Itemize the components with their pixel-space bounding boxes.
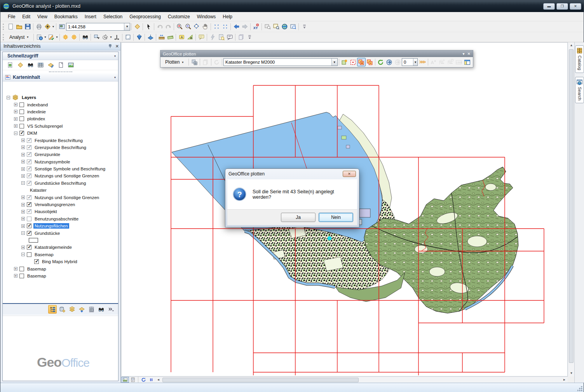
layout-view-button[interactable] [129, 377, 137, 383]
chevron-down-icon[interactable]: ▾ [463, 52, 465, 56]
tree-expander-icon[interactable]: + [14, 274, 17, 278]
toolbar-button-print[interactable] [35, 23, 43, 31]
tree-label[interactable]: indexlinie [26, 109, 47, 114]
tree-row-bing-maps-hybrid[interactable]: ✓Bing Maps Hybrid [3, 258, 118, 265]
scale-dropdown-button[interactable]: ▼ [124, 23, 130, 30]
tree-label[interactable]: Hausobjekt [33, 209, 58, 214]
tree-expander-icon[interactable]: + [21, 217, 25, 220]
toolbar-button-forward-arrow[interactable] [241, 23, 249, 31]
tree-expander-icon[interactable]: + [21, 160, 25, 163]
scale-input[interactable] [66, 24, 124, 29]
layer-checkbox[interactable]: ✓ [27, 160, 31, 164]
toolbar-button-zoom-out[interactable] [184, 23, 192, 31]
resize-grip[interactable] [577, 386, 582, 391]
layer-checkbox[interactable]: ✓ [27, 231, 31, 236]
tree-label[interactable]: DKM [26, 130, 38, 136]
pause-drawing-icon[interactable] [147, 377, 155, 383]
toolbar-button-fixed-zoom-in[interactable] [212, 23, 221, 31]
tree-row-layers[interactable]: −Layers [3, 94, 118, 101]
toolbar-button-binoculars[interactable] [81, 33, 89, 42]
toc-tool-binoculars[interactable] [97, 305, 105, 314]
tree-expander-icon[interactable]: − [14, 132, 17, 135]
toc-tool-diamond-stack[interactable] [68, 305, 76, 314]
tree-label[interactable]: Layers [21, 95, 37, 100]
scroll-up-arrow[interactable]: ▲ [568, 42, 575, 49]
layer-checkbox[interactable]: ✓ [27, 167, 31, 171]
tree-label[interactable]: Festpunkte Beschriftung [33, 138, 84, 143]
hscroll-thumb[interactable] [162, 378, 359, 382]
toolbar-button-ruler[interactable] [166, 33, 174, 42]
tree-row-plotindex[interactable]: +plotindex [3, 115, 118, 122]
tree-row-grenzpunkte[interactable]: +✓Grenzpunkte [3, 151, 118, 158]
plot-series-dropdown-button[interactable]: ▼ [331, 59, 337, 66]
tree-label[interactable]: VS Schulsprengel [26, 123, 64, 129]
tree-label[interactable]: Bing Maps Hybrid [41, 259, 78, 264]
toolbar-button-undo[interactable] [155, 23, 164, 31]
page-count-combo[interactable]: ▼ [402, 58, 418, 66]
toc-tool-schema-tree[interactable] [48, 305, 57, 314]
toolbar-button-magnifier-gray[interactable] [263, 23, 272, 31]
tree-label[interactable]: Grundstücke Beschriftung [33, 180, 87, 186]
toolbar-button-add-data[interactable] [43, 23, 52, 31]
layer-checkbox[interactable]: ✓ [27, 202, 31, 207]
chevron-down-icon[interactable]: ▾ [114, 76, 116, 79]
layer-checkbox[interactable]: ✓ [27, 152, 31, 157]
toolbar-button-go-to-xy[interactable]: XY [252, 23, 260, 31]
tree-expander-icon[interactable]: + [14, 117, 17, 121]
tree-expander-icon[interactable]: − [21, 181, 25, 185]
vscroll-thumb[interactable] [569, 49, 574, 363]
toolbar-button-speech-bubble[interactable] [225, 33, 234, 42]
tree-row-nutzungsfl-chen[interactable]: +✓Nutzungsflächen [3, 222, 118, 229]
toolbar-button-nav-dis[interactable] [393, 58, 402, 66]
tree-expander-icon[interactable]: + [21, 146, 25, 149]
tree-row-indexlinie[interactable]: +indexlinie [3, 108, 118, 115]
tree-label[interactable]: indexband [26, 102, 49, 108]
page-count-dropdown-button[interactable]: ▼ [413, 59, 417, 66]
tree-expander-icon[interactable]: + [21, 224, 25, 228]
tree-row-kataster[interactable]: Kataster [3, 187, 118, 194]
quick-binoculars[interactable] [26, 61, 35, 69]
tree-row-basemap[interactable]: +Basemap [3, 265, 118, 272]
layer-checkbox[interactable] [19, 124, 24, 128]
tree-expander-icon[interactable]: + [21, 203, 25, 206]
tree-label[interactable]: Basemap [26, 266, 47, 272]
toolbar-button-ruler-plus[interactable]: ++ [157, 33, 166, 42]
toolbar-button-hyperlink-gem[interactable] [135, 33, 143, 42]
toolbar-button-label-flag[interactable]: A [186, 33, 194, 42]
toolbar-button-viewer-window[interactable] [272, 23, 280, 31]
menu-item-file[interactable]: File [4, 12, 19, 21]
map-view-button[interactable] [121, 377, 129, 383]
dropdown-caret-icon[interactable]: ▾ [55, 35, 58, 39]
menu-item-insert[interactable]: Insert [81, 12, 100, 21]
toolbar-button-select-box[interactable] [92, 33, 101, 42]
scroll-right-arrow[interactable]: ► [561, 377, 568, 383]
dropdown-caret-icon[interactable]: ▾ [52, 25, 55, 28]
toolbar-button-fixed-zoom-out[interactable] [221, 23, 229, 31]
more-pages-chevrons-icon[interactable]: >>> [418, 59, 427, 65]
layer-checkbox[interactable]: ✓ [27, 181, 31, 186]
tree-label[interactable]: Kataster [29, 187, 48, 193]
toolbar-button-overflow[interactable] [300, 23, 309, 31]
no-button[interactable]: Nein [319, 213, 353, 222]
toolbar-button-edit-check[interactable] [47, 33, 55, 42]
tree-label[interactable]: Katastralgemeinde [33, 245, 73, 250]
tree-expander-icon[interactable]: + [21, 153, 25, 156]
tree-expander-icon[interactable]: + [21, 210, 25, 213]
close-button[interactable]: ✕ [570, 3, 581, 10]
minimize-button[interactable]: ▬ [543, 3, 555, 10]
tree-expander-icon[interactable]: + [14, 103, 17, 106]
tree-row-hausobjekt[interactable]: +✓Hausobjekt [3, 208, 118, 215]
tree-row-grundst-cke[interactable]: −✓Grundstücke [3, 229, 118, 236]
tree-label[interactable]: Nutzungssymbole [33, 159, 71, 165]
quick-layer-edit[interactable] [46, 61, 55, 69]
toolbar-button-layer-info[interactable]: i [35, 33, 44, 42]
toolbar-button-new-document[interactable] [6, 23, 15, 31]
tree-expander-icon[interactable]: + [21, 167, 25, 171]
menu-item-windows[interactable]: Windows [194, 12, 220, 21]
toolbar-button-go-diamond[interactable] [133, 23, 141, 31]
dropdown-caret-icon[interactable]: ▾ [109, 35, 112, 39]
dialog-close-button[interactable]: ✕ [343, 171, 356, 177]
toolbar-button-overflow[interactable] [245, 33, 254, 42]
toolbar-button-gold-burst[interactable] [70, 33, 78, 42]
toolbar-button-add-frame[interactable] [58, 23, 66, 31]
